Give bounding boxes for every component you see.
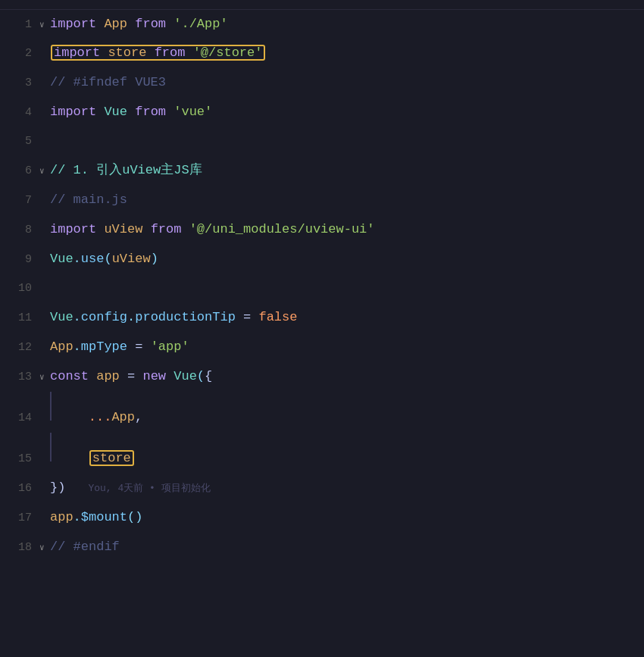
token: import	[50, 10, 96, 39]
token: 'app'	[151, 333, 189, 361]
token: Vue	[174, 362, 197, 391]
token	[146, 45, 154, 60]
token: use	[81, 245, 105, 274]
code-content: // #ifndef VUE3	[50, 68, 166, 97]
git-inline: You, 4天前 • 项目初始化	[88, 474, 210, 503]
token	[127, 10, 135, 39]
token	[185, 45, 192, 60]
code-content: store	[50, 433, 135, 473]
line-number: 15	[0, 445, 39, 474]
token: .	[73, 503, 81, 532]
table-row: 7 // main.js	[0, 186, 644, 215]
token: 'vue'	[174, 98, 212, 127]
code-content: const app = new Vue({	[50, 362, 212, 391]
highlight-box: import store from '@/store'	[51, 45, 265, 61]
token: .	[127, 303, 135, 332]
token: store	[92, 451, 131, 465]
token: =	[120, 362, 143, 391]
token: from	[135, 98, 166, 127]
fold-arrow[interactable]: ∨	[39, 533, 50, 562]
token: from	[135, 10, 166, 39]
line-number: 18	[0, 533, 39, 562]
code-content: // #endif	[50, 533, 120, 562]
token: (	[197, 362, 205, 391]
token: uView	[104, 215, 142, 244]
table-row: 16 })You, 4天前 • 项目初始化	[0, 474, 644, 503]
token: store	[108, 45, 146, 60]
token: mpType	[81, 333, 127, 361]
token: new	[142, 362, 166, 391]
token	[181, 215, 189, 244]
token: from	[155, 45, 186, 60]
token: // 1. 引入uView主JS库	[50, 156, 202, 185]
token: const	[50, 362, 89, 391]
token: (	[104, 245, 111, 274]
token: .	[73, 245, 81, 274]
token: // main.js	[50, 186, 127, 214]
token: // #ifndef VUE3	[50, 68, 166, 97]
token	[166, 10, 174, 39]
line-number: 13	[0, 363, 39, 392]
token: '@/uni_modules/uview-ui'	[189, 215, 375, 244]
token: Vue	[104, 98, 127, 127]
table-row: 11 Vue.config.productionTip = false	[0, 303, 644, 333]
token	[96, 10, 104, 39]
line-number: 16	[0, 474, 39, 503]
line-number: 7	[0, 186, 39, 215]
table-row: 4 import Vue from 'vue'	[0, 98, 644, 127]
token: })	[50, 474, 65, 502]
token	[127, 98, 135, 127]
line-number: 3	[0, 69, 39, 98]
code-content: })You, 4天前 • 项目初始化	[50, 474, 211, 503]
token: '@/store'	[193, 45, 263, 60]
token: import	[54, 45, 100, 60]
code-content: import App from './App'	[50, 10, 228, 39]
table-row: 17 app.$mount()	[0, 503, 644, 533]
table-row: 12 App.mpType = 'app'	[0, 333, 644, 362]
table-row: 2 import store from '@/store'	[0, 39, 644, 68]
fold-arrow[interactable]: ∨	[39, 11, 50, 39]
table-row: 13∨const app = new Vue({	[0, 362, 644, 392]
token: false	[258, 303, 297, 332]
code-content: // 1. 引入uView主JS库	[50, 156, 202, 185]
token	[166, 98, 174, 127]
token: './App'	[174, 10, 227, 39]
token	[58, 403, 89, 432]
token: app	[50, 503, 73, 532]
token: app	[96, 362, 120, 391]
token	[96, 215, 104, 244]
token: import	[50, 215, 96, 244]
line-number: 6	[0, 157, 39, 186]
token	[89, 362, 96, 391]
token: App	[111, 403, 135, 432]
token: from	[151, 215, 182, 244]
token: import	[50, 98, 96, 127]
table-row: 8 import uView from '@/uni_modules/uview…	[0, 215, 644, 245]
highlight-box: store	[89, 450, 134, 466]
token	[166, 362, 174, 391]
table-row: 1∨import App from './App'	[0, 10, 644, 39]
token: =	[236, 303, 259, 332]
token: App	[50, 333, 73, 361]
token: .	[73, 333, 81, 361]
token: config	[81, 303, 127, 332]
table-row: 5	[0, 127, 644, 156]
token: // #endif	[50, 533, 120, 562]
token: Vue	[50, 303, 73, 332]
token	[58, 444, 89, 473]
table-row: 15 store	[0, 433, 644, 474]
token	[142, 215, 150, 244]
code-content: import store from '@/store'	[50, 45, 266, 61]
token	[100, 45, 108, 60]
fold-arrow[interactable]: ∨	[39, 363, 50, 392]
line-number: 10	[0, 274, 39, 303]
line-number: 11	[0, 304, 39, 333]
code-content: Vue.config.productionTip = false	[50, 303, 297, 332]
table-row: 18∨// #endif	[0, 533, 644, 562]
code-content: app.$mount()	[50, 503, 142, 532]
fold-arrow[interactable]: ∨	[39, 157, 50, 186]
token: Vue	[50, 245, 73, 274]
line-number: 9	[0, 246, 39, 274]
line-number: 12	[0, 333, 39, 362]
table-row: 10	[0, 274, 644, 303]
